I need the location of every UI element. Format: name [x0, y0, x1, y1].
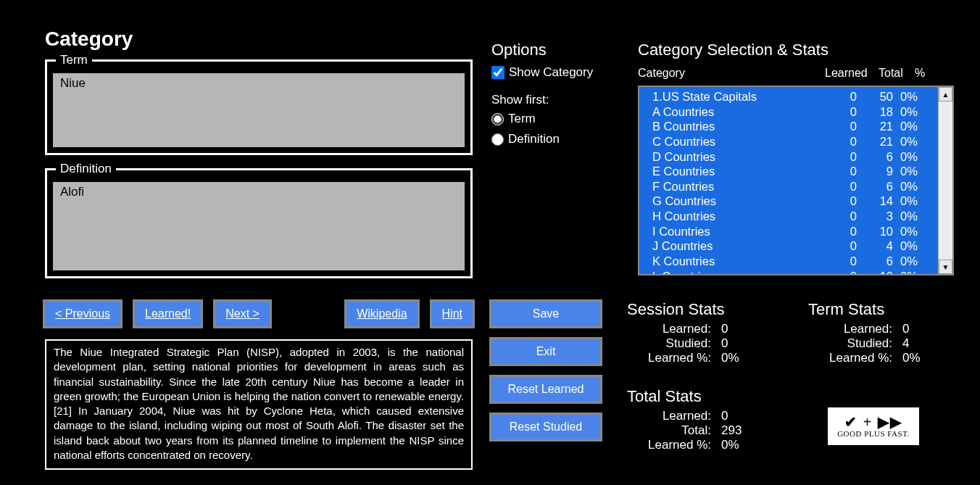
session-stats: Session Stats Learned:0 Studied:0 Learne… — [627, 300, 757, 365]
list-item[interactable]: K Countries060% — [652, 254, 938, 269]
wikipedia-button[interactable]: Wikipedia — [346, 302, 417, 326]
term-pct-label: Learned %: — [808, 351, 902, 365]
show-category-input[interactable] — [491, 66, 504, 79]
list-item[interactable]: F Countries060% — [652, 179, 938, 194]
definition-display: Alofi — [51, 181, 466, 272]
radio-definition-input[interactable] — [491, 133, 504, 146]
list-item[interactable]: C Countries0210% — [652, 134, 938, 149]
radio-definition[interactable]: Definition — [491, 132, 560, 146]
session-learned-value: 0 — [721, 322, 757, 336]
col-percent: % — [915, 67, 925, 80]
category-stats-heading: Category Selection & Stats — [638, 41, 829, 59]
previous-button[interactable]: < Previous — [45, 302, 120, 326]
total-total-value: 293 — [721, 423, 757, 438]
reset-studied-button[interactable]: Reset Studied — [491, 415, 600, 439]
radio-term[interactable]: Term — [491, 112, 536, 126]
total-learned-value: 0 — [721, 409, 757, 423]
show-category-label: Show Category — [509, 65, 593, 80]
col-learned: Learned — [825, 67, 868, 80]
scroll-down-icon[interactable]: ▼ — [939, 260, 952, 274]
list-item[interactable]: I Countries0100% — [652, 224, 938, 239]
definition-label: Definition — [56, 162, 116, 176]
category-listbox[interactable]: 1.US State Capitals0500%A Countries0180%… — [638, 86, 954, 275]
list-item[interactable]: L Countries0100% — [652, 269, 938, 275]
list-item[interactable]: G Countries0140% — [652, 194, 938, 209]
show-category-checkbox[interactable]: Show Category — [491, 65, 593, 80]
term-stats: Term Stats Learned:0 Studied:4 Learned %… — [808, 300, 939, 365]
list-item[interactable]: E Countries090% — [652, 164, 938, 179]
term-group: Term Niue — [45, 59, 473, 155]
scroll-up-icon[interactable]: ▲ — [939, 87, 952, 101]
show-first-label: Show first: — [491, 93, 549, 107]
definition-group: Definition Alofi — [45, 168, 473, 278]
term-learned-label: Learned: — [808, 322, 902, 336]
session-stats-title: Session Stats — [627, 300, 757, 319]
session-pct-label: Learned %: — [627, 351, 721, 365]
col-category: Category — [638, 67, 685, 80]
term-display: Niue — [51, 72, 466, 149]
term-label: Term — [56, 53, 92, 67]
radio-definition-label: Definition — [508, 132, 560, 146]
session-learned-label: Learned: — [627, 322, 721, 336]
save-button[interactable]: Save — [491, 302, 600, 326]
session-studied-value: 0 — [721, 336, 757, 351]
exit-button[interactable]: Exit — [491, 339, 600, 364]
hint-button[interactable]: Hint — [432, 302, 473, 326]
options-heading: Options — [491, 41, 547, 59]
logo-icons: ✔ + ▶▶ — [844, 415, 902, 429]
total-stats-title: Total Stats — [627, 387, 757, 406]
radio-term-input[interactable] — [491, 113, 504, 125]
total-total-label: Total: — [627, 423, 721, 438]
list-item[interactable]: D Countries060% — [652, 149, 938, 165]
list-item[interactable]: B Countries0210% — [652, 119, 938, 134]
term-studied-value: 4 — [902, 336, 939, 351]
next-button[interactable]: Next > — [215, 302, 270, 326]
scrollbar[interactable]: ▲ ▼ — [938, 87, 952, 274]
term-pct-value: 0% — [902, 351, 939, 365]
learned-button[interactable]: Learned! — [135, 302, 201, 326]
session-studied-label: Studied: — [627, 336, 721, 351]
radio-term-label: Term — [508, 112, 536, 126]
hint-text: The Niue Integrated Strategic Plan (NISP… — [45, 339, 473, 470]
list-item[interactable]: A Countries0180% — [652, 104, 938, 120]
logo-text: GOOD PLUS FAST. — [837, 429, 910, 438]
total-pct-value: 0% — [721, 438, 757, 452]
term-stats-title: Term Stats — [808, 300, 939, 319]
logo: ✔ + ▶▶ GOOD PLUS FAST. — [826, 406, 921, 447]
total-stats: Total Stats Learned:0 Total:293 Learned … — [627, 387, 757, 452]
list-item[interactable]: H Countries030% — [652, 209, 938, 224]
term-studied-label: Studied: — [808, 336, 902, 351]
reset-learned-button[interactable]: Reset Learned — [491, 377, 600, 402]
list-item[interactable]: 1.US State Capitals0500% — [652, 89, 938, 104]
total-learned-label: Learned: — [627, 409, 721, 423]
session-pct-value: 0% — [721, 351, 757, 365]
page-title: Category — [45, 28, 133, 51]
term-learned-value: 0 — [902, 322, 939, 336]
total-pct-label: Learned %: — [627, 438, 721, 452]
col-total: Total — [879, 67, 903, 80]
list-item[interactable]: J Countries040% — [652, 239, 938, 254]
